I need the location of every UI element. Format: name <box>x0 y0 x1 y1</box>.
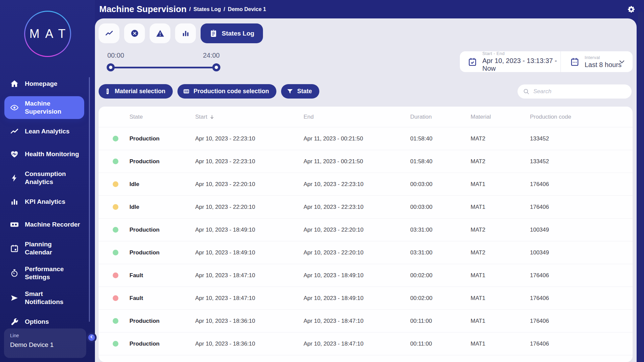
datetime-card: Start - End Apr 10, 2023 - 13:13:37 - No… <box>460 51 633 72</box>
table-row[interactable]: FaultApr 10, 2023 - 18:47:10Apr 10, 2023… <box>99 287 633 310</box>
funnel-icon <box>286 88 293 95</box>
column-header-end[interactable]: End <box>304 114 410 120</box>
cell-start: Apr 10, 2023 - 18:47:10 <box>195 272 304 279</box>
search-box[interactable] <box>518 84 632 99</box>
send-icon <box>10 294 19 302</box>
sidebar-item-machine-recorder[interactable]: Machine Recorder <box>4 214 84 235</box>
cell-state: Idle <box>129 181 195 188</box>
sidebar-item-consumption-analytics[interactable]: Consumption Analytics <box>4 167 84 189</box>
column-header-start[interactable]: Start <box>195 114 304 120</box>
cell-production-code: 100349 <box>530 249 633 256</box>
cell-start: Apr 10, 2023 - 22:23:10 <box>195 135 304 142</box>
sidebar-item-homepage[interactable]: Homepage <box>4 73 84 94</box>
search-input[interactable] <box>533 88 626 95</box>
sidebar-item-label: Smart Notifications <box>25 290 63 306</box>
cell-start: Apr 10, 2023 - 18:49:10 <box>195 227 304 233</box>
breadcrumb-item-states-log[interactable]: States Log <box>194 6 221 12</box>
table-row[interactable]: ProductionApr 10, 2023 - 18:36:10Apr 10,… <box>99 333 633 355</box>
cell-start: Apr 10, 2023 - 18:36:10 <box>195 341 304 347</box>
cell-duration: 03:31:00 <box>410 227 471 233</box>
cell-duration: 00:03:00 <box>410 204 471 210</box>
settings-button[interactable] <box>627 5 635 13</box>
tab-states-log[interactable]: States Log <box>201 23 263 43</box>
cell-material: MAT1 <box>471 181 530 188</box>
chevron-left-icon <box>89 334 94 341</box>
production-code-selection-button[interactable]: Production code selection <box>177 84 276 99</box>
cell-state: Production <box>129 318 195 324</box>
table-row[interactable]: ProductionApr 10, 2023 - 18:49:10Apr 10,… <box>99 219 633 241</box>
sidebar-item-smart-notifications[interactable]: Smart Notifications <box>4 287 84 309</box>
device-card[interactable]: Line Demo Device 1 <box>4 328 86 358</box>
sidebar-item-lean-analytics[interactable]: Lean Analytics <box>4 121 84 142</box>
topbar: Machine Supervision /States Log/Demo Dev… <box>95 0 644 18</box>
slider-track[interactable] <box>111 67 216 68</box>
sidebar-item-planning-calendar[interactable]: Planning Calendar <box>4 237 84 260</box>
tab-warnings[interactable] <box>150 23 170 43</box>
sidebar-item-label: Homepage <box>25 80 57 88</box>
calendar-check-icon <box>468 57 477 66</box>
cell-state: Idle <box>129 204 195 210</box>
breadcrumb-separator: / <box>224 6 225 13</box>
sidebar-item-performance-settings[interactable]: Performance Settings <box>4 262 84 285</box>
sidebar-item-kpi-analytics[interactable]: KPI Analytics <box>4 191 84 212</box>
column-header-production-code[interactable]: Production code <box>530 114 633 120</box>
table-row[interactable]: ProductionApr 10, 2023 - 18:36:10Apr 10,… <box>99 310 633 333</box>
cell-end: Apr 10, 2023 - 18:49:10 <box>304 272 410 279</box>
cell-material: MAT1 <box>471 204 530 210</box>
cell-end: Apr 10, 2023 - 22:23:10 <box>304 204 410 210</box>
slider-handle-end[interactable] <box>212 63 220 71</box>
tab-bar-chart[interactable] <box>175 23 196 43</box>
date-range-picker[interactable]: Start - End Apr 10, 2023 - 13:13:37 - No… <box>460 51 561 72</box>
column-header-material[interactable]: Material <box>471 114 530 120</box>
gear-icon <box>627 9 635 14</box>
state-button[interactable]: State <box>281 84 319 99</box>
table-row[interactable]: ProductionApr 10, 2023 - 18:49:10Apr 10,… <box>99 241 633 264</box>
cell-end: Apr 11, 2023 - 00:21:50 <box>304 158 410 165</box>
chevron-down-icon <box>618 58 626 66</box>
circle-x-icon <box>130 29 139 38</box>
table-row[interactable]: ProductionApr 10, 2023 - 22:23:10Apr 11,… <box>99 150 633 173</box>
cell-production-code: 133452 <box>530 135 633 142</box>
table-row[interactable]: IdleApr 10, 2023 - 22:20:10Apr 10, 2023 … <box>99 173 633 196</box>
tab-errors[interactable] <box>124 23 145 43</box>
cell-end: Apr 10, 2023 - 18:47:10 <box>304 318 410 324</box>
cell-state: Production <box>129 249 195 256</box>
stopwatch-icon <box>10 269 19 278</box>
column-header-state[interactable]: State <box>129 114 195 120</box>
cell-start: Apr 10, 2023 - 18:36:10 <box>195 318 304 324</box>
table-body: ProductionApr 10, 2023 - 22:23:10Apr 11,… <box>99 127 633 355</box>
slider-handle-start[interactable] <box>107 63 115 71</box>
interval-select[interactable]: Interval Last 8 hours <box>561 51 633 72</box>
trend-line-icon <box>105 29 113 38</box>
cell-production-code: 176406 <box>530 318 633 324</box>
cell-state: Production <box>129 135 195 142</box>
cell-duration: 00:11:00 <box>410 341 471 347</box>
table-row[interactable]: ProductionApr 10, 2023 - 22:23:10Apr 11,… <box>99 127 633 150</box>
column-header-duration[interactable]: Duration <box>410 114 471 120</box>
sidebar-item-label: Performance Settings <box>25 265 64 281</box>
sidebar-collapse-button[interactable] <box>87 333 97 343</box>
sidebar-item-label: Machine Supervision <box>25 100 61 116</box>
sidebar-item-health-monitoring[interactable]: Health Monitoring <box>4 144 84 165</box>
page-scrollbar[interactable] <box>638 11 643 362</box>
tab-trend[interactable] <box>99 23 119 43</box>
cell-production-code: 176406 <box>530 181 633 188</box>
app-logo: MAT <box>24 11 71 57</box>
cell-duration: 01:58:40 <box>410 158 471 165</box>
time-range-slider: 00:00 24:00 <box>111 52 216 71</box>
sidebar: MAT HomepageMachine SupervisionLean Anal… <box>0 0 95 362</box>
sidebar-item-machine-supervision[interactable]: Machine Supervision <box>4 96 84 119</box>
date-range-value: Apr 10, 2023 - 13:13:37 - Now <box>482 57 560 72</box>
table-row[interactable]: FaultApr 10, 2023 - 18:47:10Apr 10, 2023… <box>99 264 633 287</box>
wrench-icon <box>10 317 19 326</box>
view-tabs: States Log <box>99 23 263 43</box>
breadcrumb-item-demo-device-1[interactable]: Demo Device 1 <box>228 6 266 12</box>
heart-pulse-icon <box>10 150 19 159</box>
sidebar-scrollbar[interactable] <box>89 77 90 322</box>
cell-end: Apr 10, 2023 - 18:47:10 <box>304 341 410 347</box>
cell-start: Apr 10, 2023 - 22:20:10 <box>195 181 304 188</box>
cell-material: MAT1 <box>471 272 530 279</box>
material-selection-button[interactable]: Material selection <box>99 84 173 99</box>
sidebar-item-label: KPI Analytics <box>25 198 65 206</box>
table-row[interactable]: IdleApr 10, 2023 - 22:20:10Apr 10, 2023 … <box>99 196 633 219</box>
